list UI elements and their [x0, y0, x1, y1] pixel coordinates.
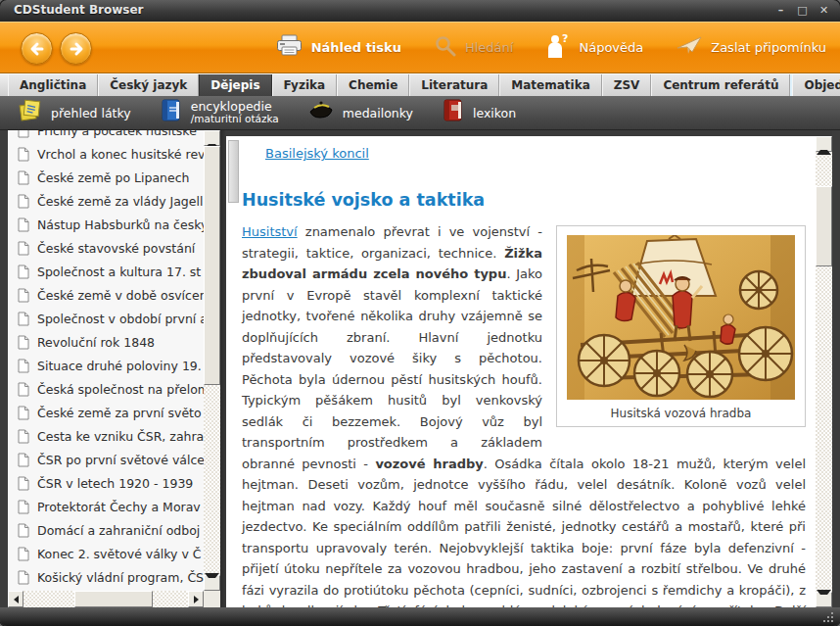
sidebar-item-label: Vrchol a konec husitské rev — [37, 147, 204, 162]
beret-icon — [308, 100, 334, 125]
section-button-medailonky[interactable]: medailonky — [308, 100, 413, 125]
tab-fyzika[interactable]: Fyzika — [272, 74, 338, 96]
help-person-icon: ? — [546, 33, 570, 63]
article-title: Husitské vojsko a taktika — [242, 190, 806, 210]
sidebar-item[interactable]: Příčiny a počátek husitské — [8, 130, 204, 142]
back-arrow-icon — [28, 40, 46, 58]
topic-sidebar: Příčiny a počátek husitskéVrchol a konec… — [8, 130, 220, 607]
document-icon — [18, 570, 29, 585]
scroll-down-button[interactable] — [816, 592, 832, 607]
sidebar-item[interactable]: Revoluční rok 1848 — [8, 330, 204, 354]
print-preview-button[interactable]: Náhled tisku — [276, 34, 401, 61]
maximize-button[interactable]: □ — [796, 3, 809, 18]
sidebar-item[interactable]: České země po Lipanech — [8, 166, 204, 189]
status-bar — [0, 607, 840, 626]
panel-splitter-handle[interactable] — [228, 140, 239, 203]
tab-chemie[interactable]: Chemie — [337, 74, 409, 96]
scroll-down-button[interactable] — [204, 575, 220, 591]
scroll-up-button[interactable] — [816, 136, 832, 152]
scroll-thumb[interactable] — [74, 591, 153, 607]
svg-text:?: ? — [562, 33, 568, 45]
sidebar-item[interactable]: České země za první světo — [8, 401, 204, 424]
section-button-prehled-latky[interactable]: přehled látky — [18, 99, 131, 126]
tab-matematika[interactable]: Matematika — [499, 74, 601, 96]
related-link-basilejsky-koncil[interactable]: Basilejský koncil — [265, 146, 369, 161]
title-bar: CDStudent Browser – □ ✕ — [0, 0, 840, 22]
scroll-thumb[interactable] — [204, 146, 220, 385]
document-icon — [18, 476, 29, 491]
document-icon — [18, 547, 29, 561]
sidebar-item-label: České stavovské povstání — [37, 241, 195, 256]
scroll-up-button[interactable] — [204, 130, 220, 146]
sidebar-item-label: České země v době osvícen — [37, 288, 204, 303]
sidebar-item-label: Společnost v období první a — [37, 312, 204, 326]
sidebar-item[interactable]: Cesta ke vzniku ČSR, zahra — [8, 424, 204, 448]
forward-button[interactable] — [60, 32, 92, 65]
sidebar-item-label: Cesta ke vzniku ČSR, zahra — [37, 429, 204, 444]
document-icon — [18, 130, 29, 138]
sidebar-item[interactable]: ČSR v letech 1920 - 1939 — [8, 471, 204, 495]
notes-icon — [18, 99, 42, 126]
sidebar-item-label: Nástup Habsburků na český — [37, 217, 204, 232]
sidebar-item[interactable]: Vrchol a konec husitské rev — [8, 142, 204, 166]
figure-caption: Husitská vozová hradba — [557, 407, 805, 420]
sidebar-item[interactable]: ČSR po první světové válce — [8, 448, 204, 471]
tab-dejepis[interactable]: Dějepis — [199, 74, 271, 96]
resize-grip[interactable] — [823, 611, 834, 622]
sidebar-item[interactable]: Košický vládní program, ČS — [8, 565, 204, 589]
body-text: . Jako první v Evropě stavěl komplexní t… — [242, 266, 542, 471]
body-text: . Osádka čítala okolo 18-21 mužů, kterým… — [242, 457, 806, 608]
sidebar-horizontal-scrollbar — [8, 591, 204, 607]
tab-centrum-referatu[interactable]: Centrum referátů — [651, 74, 790, 96]
sidebar-item[interactable]: Domácí a zahraniční odboj — [8, 518, 204, 542]
sidebar-item[interactable]: Nástup Habsburků na český — [8, 213, 204, 236]
sidebar-item-label: Situace druhé poloviny 19. — [37, 359, 202, 373]
sidebar-item[interactable]: České země za vlády Jagell — [8, 189, 204, 213]
sidebar-item-label: Domácí a zahraniční odboj — [37, 523, 200, 538]
sidebar-item[interactable]: Konec 2. světové války v Č — [8, 542, 204, 565]
sidebar-item-label: Revoluční rok 1848 — [37, 335, 155, 350]
sidebar-item[interactable]: Česká společnost na přelom — [8, 377, 204, 401]
document-icon — [18, 241, 29, 256]
sidebar-item-label: Košický vládní program, ČS — [37, 570, 204, 585]
sidebar-item[interactable]: Protektorát Čechy a Morav — [8, 495, 204, 518]
sidebar-item[interactable]: Společnost v období první a — [8, 307, 204, 330]
document-icon — [18, 312, 29, 326]
printer-icon — [276, 34, 303, 61]
scrollbar-corner — [204, 591, 220, 607]
sidebar-item-label: Česká společnost na přelom — [37, 382, 204, 397]
main-toolbar: Náhled tisku Hledání ? Nápověda Zaslat p… — [0, 22, 840, 73]
sidebar-item[interactable]: České stavovské povstání — [8, 236, 204, 260]
search-button[interactable]: Hledání — [435, 35, 513, 61]
tab-cesky-jazyk[interactable]: Český jazyk — [98, 74, 199, 96]
toolbar-actions: Náhled tisku Hledání ? Nápověda Zaslat p… — [276, 23, 826, 72]
search-label: Hledání — [465, 40, 513, 55]
minimize-button[interactable]: – — [774, 3, 787, 18]
scroll-left-button[interactable] — [8, 591, 23, 607]
help-button[interactable]: ? Nápověda — [546, 33, 643, 63]
book-red-icon — [443, 98, 464, 127]
document-icon — [18, 523, 29, 538]
back-button[interactable] — [21, 32, 53, 65]
sidebar-item-label: ČSR v letech 1920 - 1939 — [37, 476, 193, 491]
tab-literatura[interactable]: Literatura — [409, 74, 499, 96]
tab-anglictina[interactable]: Angličtina — [8, 74, 98, 96]
inline-link[interactable]: Husitství — [242, 224, 298, 239]
sidebar-item[interactable]: České země v době osvícen — [8, 283, 204, 307]
scroll-right-button[interactable] — [188, 591, 204, 607]
scroll-thumb[interactable] — [816, 186, 832, 266]
sidebar-item[interactable]: Společnost a kultura 17. st — [8, 260, 204, 283]
document-icon — [18, 194, 29, 209]
section-button-lexikon[interactable]: lexikon — [443, 98, 516, 127]
tab-objednavka[interactable]: Objednávka — [792, 74, 840, 96]
section-button-encyklopedie[interactable]: encyklopedie/maturitní otázka — [161, 98, 279, 127]
document-icon — [18, 170, 29, 185]
content-panel: Basilejský koncil Husitské vojsko a takt… — [226, 130, 832, 607]
document-icon — [18, 217, 29, 232]
close-button[interactable]: ✕ — [817, 3, 830, 18]
document-icon — [18, 429, 29, 444]
tab-zsv[interactable]: ZSV — [602, 74, 652, 96]
sidebar-item-label: ČSR po první světové válce — [37, 453, 204, 467]
sidebar-item[interactable]: Situace druhé poloviny 19. — [8, 354, 204, 377]
feedback-button[interactable]: Zaslat připomínku — [677, 36, 826, 60]
